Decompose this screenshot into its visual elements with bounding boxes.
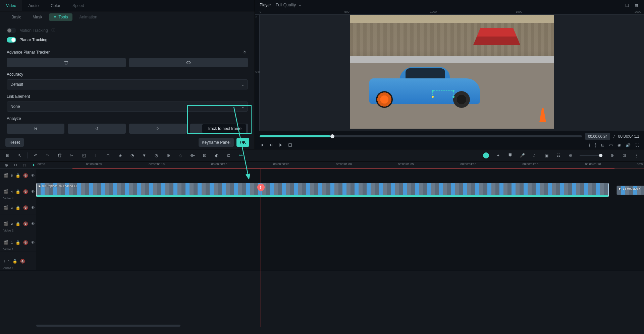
pointer-icon[interactable]: ↖ xyxy=(17,152,23,158)
track-backward-button[interactable] xyxy=(68,124,125,134)
group-icon[interactable]: ⊡ xyxy=(202,152,208,158)
track-magnet-icon[interactable]: ⊓ xyxy=(21,162,27,168)
timeline-scrollbar[interactable] xyxy=(36,325,180,327)
track-point-tr[interactable] xyxy=(452,90,454,92)
subtab-aitools[interactable]: AI Tools xyxy=(49,13,72,21)
zoom-slider[interactable] xyxy=(580,155,603,156)
track-point-bl[interactable] xyxy=(432,96,434,98)
preview-track-button[interactable] xyxy=(129,58,248,67)
eye-icon[interactable]: 👁 xyxy=(31,189,35,194)
frame-back-button[interactable] xyxy=(260,143,264,147)
clip-next[interactable]: ▶13 Replace Y xyxy=(616,186,644,195)
cut-icon[interactable]: ✂ xyxy=(69,152,75,158)
shield-icon[interactable]: ⛊ xyxy=(507,152,513,158)
mute-icon[interactable]: 🔇 xyxy=(23,221,28,226)
track-auto-icon[interactable]: ✦ xyxy=(31,162,36,168)
delete-icon[interactable] xyxy=(57,152,63,158)
playhead[interactable] xyxy=(261,169,261,327)
compare-icon[interactable]: ◫ xyxy=(624,2,630,8)
mute-icon[interactable]: 🔇 xyxy=(23,189,28,194)
mark-in-button[interactable]: { xyxy=(589,143,590,147)
fullscreen-icon[interactable]: ⛶ xyxy=(635,143,639,147)
track-prev-frame-button[interactable] xyxy=(7,124,64,134)
tab-video[interactable]: Video xyxy=(0,0,22,11)
lock-icon[interactable]: 🔒 xyxy=(15,173,20,178)
clip-main[interactable]: ▶09 Replace Your Video⊡ xyxy=(36,183,609,197)
zoom-out-icon[interactable]: ⊖ xyxy=(568,152,574,158)
transition-icon[interactable]: ◔ xyxy=(129,152,135,158)
color-icon[interactable]: ▼ xyxy=(141,152,147,158)
record-indicator[interactable] xyxy=(483,152,489,158)
play-button[interactable] xyxy=(278,143,283,147)
render-icon[interactable]: ✦ xyxy=(495,152,501,158)
mute-icon[interactable]: 🔇 xyxy=(23,205,28,210)
snap-icon[interactable]: ⊞ xyxy=(5,152,11,158)
timecode-ruler[interactable]: ⊕ ⚯ ⊓ ✦ 00:00 00:00:00:05 00:00:00:10 00… xyxy=(0,161,644,169)
keyframe-panel-button[interactable]: Keyframe Panel xyxy=(199,138,234,147)
music-icon[interactable]: ♫ xyxy=(531,152,537,158)
snapshot-icon[interactable]: ▦ xyxy=(633,2,639,8)
motion-tracking-toggle[interactable] xyxy=(7,28,16,33)
freeze-icon[interactable]: ◻ xyxy=(105,152,111,158)
redo-icon[interactable]: ↷ xyxy=(45,152,51,158)
subtab-basic[interactable]: Basic xyxy=(7,13,26,21)
tab-audio[interactable]: Audio xyxy=(22,0,45,11)
track-point-tl[interactable] xyxy=(432,90,434,92)
tracking-box[interactable] xyxy=(432,90,454,97)
link-icon[interactable]: ⚯ xyxy=(238,152,244,158)
adjust-icon[interactable]: ⟴ xyxy=(190,152,196,158)
timeline-settings-icon[interactable]: ⋮ xyxy=(633,152,639,158)
effects-icon[interactable]: ◈ xyxy=(117,152,123,158)
scrub-bar[interactable] xyxy=(260,135,582,137)
lock-icon[interactable]: 🔒 xyxy=(15,205,20,210)
lock-icon[interactable]: 🔒 xyxy=(15,189,20,194)
caption-icon[interactable]: ☷ xyxy=(555,152,561,158)
lock-icon[interactable]: 🔒 xyxy=(15,221,20,226)
volume-icon[interactable]: 🔊 xyxy=(626,143,631,147)
eye-icon[interactable]: 👁 xyxy=(31,221,35,226)
mic-icon[interactable]: 🎤 xyxy=(519,152,525,158)
camera-icon[interactable]: ◉ xyxy=(618,143,621,147)
scrub-handle[interactable] xyxy=(330,134,334,138)
subtab-mask[interactable]: Mask xyxy=(28,13,47,21)
delete-track-button[interactable] xyxy=(7,58,126,67)
zoom-in-icon[interactable]: ⊕ xyxy=(609,152,615,158)
help-icon[interactable]: ⓘ xyxy=(51,27,55,33)
text-icon[interactable]: T xyxy=(93,152,99,158)
display-icon[interactable]: ▭ xyxy=(609,143,613,147)
mask-tool-icon[interactable]: ◐ xyxy=(214,152,220,158)
mute-icon[interactable]: 🔇 xyxy=(23,240,28,245)
track-add-icon[interactable]: ⊕ xyxy=(3,162,9,168)
undo-icon[interactable]: ↶ xyxy=(33,152,39,158)
mute-icon[interactable]: 🔇 xyxy=(20,259,25,264)
eye-icon[interactable]: 👁 xyxy=(31,240,35,245)
reset-adv-icon[interactable]: ↻ xyxy=(242,49,248,55)
speed-icon[interactable]: ◷ xyxy=(153,152,159,158)
stop-button[interactable] xyxy=(288,143,292,147)
expand-icon[interactable]: ⊏ xyxy=(226,152,232,158)
ok-button[interactable]: OK xyxy=(236,138,249,147)
target-icon[interactable]: ⊕ xyxy=(165,152,171,158)
cut-badge[interactable] xyxy=(257,184,265,191)
quality-selector[interactable]: Full Quality ⌄ xyxy=(276,3,301,7)
eye-icon[interactable]: 👁 xyxy=(31,173,35,178)
track-point-br[interactable] xyxy=(452,96,454,98)
lock-icon[interactable]: 🔒 xyxy=(12,259,17,264)
marker-icon[interactable]: ▣ xyxy=(543,152,549,158)
keyframe-icon[interactable]: ◇ xyxy=(177,152,183,158)
track-forward-button[interactable] xyxy=(129,124,187,134)
canvas-area[interactable] xyxy=(260,15,644,131)
mute-icon[interactable]: 🔇 xyxy=(23,173,28,178)
frame-fwd-button[interactable] xyxy=(269,143,274,147)
reset-button[interactable]: Reset xyxy=(5,138,24,147)
eye-icon[interactable]: 👁 xyxy=(31,205,35,210)
accuracy-select[interactable]: Default ⌄ xyxy=(7,79,248,89)
track-link-icon[interactable]: ⚯ xyxy=(12,162,18,168)
link-element-select[interactable]: None ⌄ xyxy=(7,102,248,112)
lock-icon[interactable]: 🔒 xyxy=(15,240,20,245)
planar-tracking-toggle[interactable] xyxy=(7,37,16,43)
mark-out-button[interactable]: } xyxy=(595,143,596,147)
ratio-icon[interactable]: ⊟ xyxy=(601,143,604,147)
zoom-fit-icon[interactable]: ⊡ xyxy=(621,152,627,158)
crop-icon[interactable]: ◰ xyxy=(81,152,87,158)
